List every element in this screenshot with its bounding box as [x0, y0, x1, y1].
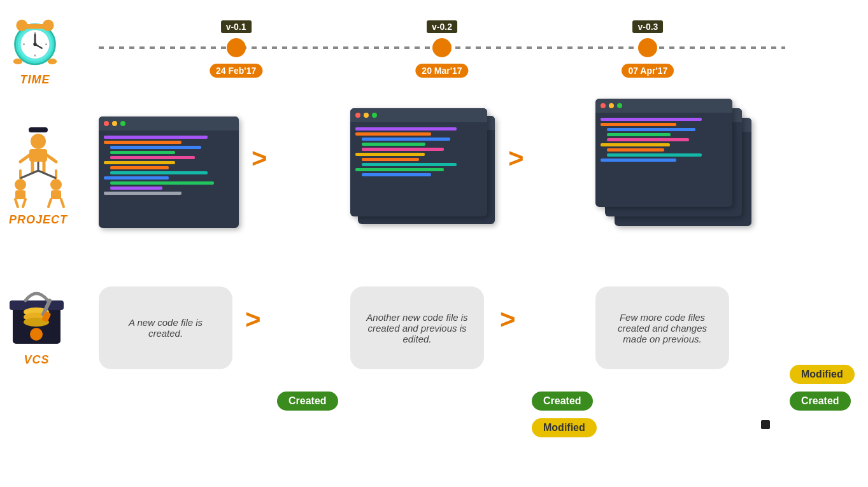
black-dot [761, 420, 770, 429]
speech-bubble-1: A new code file is created. [99, 286, 232, 369]
svg-line-25 [15, 199, 18, 207]
version-label-3: v-0.3 [632, 20, 663, 33]
code-window-group-3 [595, 99, 764, 245]
badge-modified-2: Modified [790, 365, 855, 384]
svg-line-26 [23, 199, 25, 207]
svg-line-31 [61, 199, 64, 207]
code-windows-row: > [99, 99, 836, 245]
speech-bubble-2: Another new code file is created and pre… [350, 286, 484, 369]
arrow-1: > [252, 143, 267, 174]
badge-created-2: Created [532, 392, 593, 411]
version-label-2: v-0.2 [427, 20, 457, 33]
svg-rect-6 [22, 24, 48, 29]
svg-line-32 [20, 171, 38, 178]
date-label-1: 24 Feb'17 [210, 64, 262, 78]
speech-bubble-3: Few more code files created and changes … [595, 286, 729, 369]
project-icon [6, 127, 70, 210]
bubbles-row: A new code file is created. > Another ne… [99, 274, 836, 382]
timeline-point-2: v-0.2 20 Mar'17 [432, 38, 452, 57]
code-window-3-front [595, 99, 732, 207]
timeline: v-0.1 24 Feb'17 v-0.2 20 Mar'17 v-0.3 07… [99, 35, 785, 73]
date-label-3: 07 Apr'17 [622, 64, 674, 78]
svg-line-19 [47, 155, 56, 162]
code-window-group-1 [99, 116, 239, 228]
svg-line-18 [20, 155, 29, 162]
vcs-icon [6, 280, 67, 350]
sidebar-project: PROJECT [6, 127, 70, 227]
project-label: PROJECT [9, 213, 68, 227]
svg-point-16 [31, 134, 46, 149]
badge-created-1: Created [277, 392, 338, 411]
code-window-group-2 [350, 108, 497, 236]
svg-rect-28 [51, 190, 61, 199]
svg-point-3 [48, 59, 57, 64]
timeline-point-1: v-0.1 24 Feb'17 [227, 38, 246, 57]
svg-line-33 [38, 171, 56, 178]
badge-modified-1: Modified [532, 418, 597, 437]
clock-icon [6, 13, 64, 70]
version-label-1: v-0.1 [221, 20, 252, 33]
date-label-2: 20 Mar'17 [415, 64, 468, 78]
main-container: TIME [0, 0, 868, 487]
svg-point-2 [13, 59, 22, 64]
time-label: TIME [20, 73, 50, 87]
svg-rect-17 [29, 149, 47, 162]
arrow-4: > [500, 304, 516, 335]
arrow-3: > [245, 304, 261, 335]
svg-rect-23 [15, 190, 25, 199]
svg-point-22 [15, 179, 26, 190]
sidebar-time: TIME [6, 13, 64, 87]
svg-point-27 [50, 179, 62, 190]
timeline-point-3: v-0.3 07 Apr'17 [638, 38, 657, 57]
svg-point-42 [30, 328, 43, 341]
vcs-label: VCS [24, 353, 49, 367]
code-window-2-front [350, 108, 487, 216]
svg-line-30 [48, 199, 51, 207]
code-window-1 [99, 116, 239, 228]
sidebar-vcs: VCS [6, 280, 67, 367]
badge-created-3: Created [790, 392, 851, 411]
arrow-2: > [508, 143, 524, 174]
svg-point-10 [33, 43, 36, 46]
svg-rect-15 [29, 127, 48, 132]
